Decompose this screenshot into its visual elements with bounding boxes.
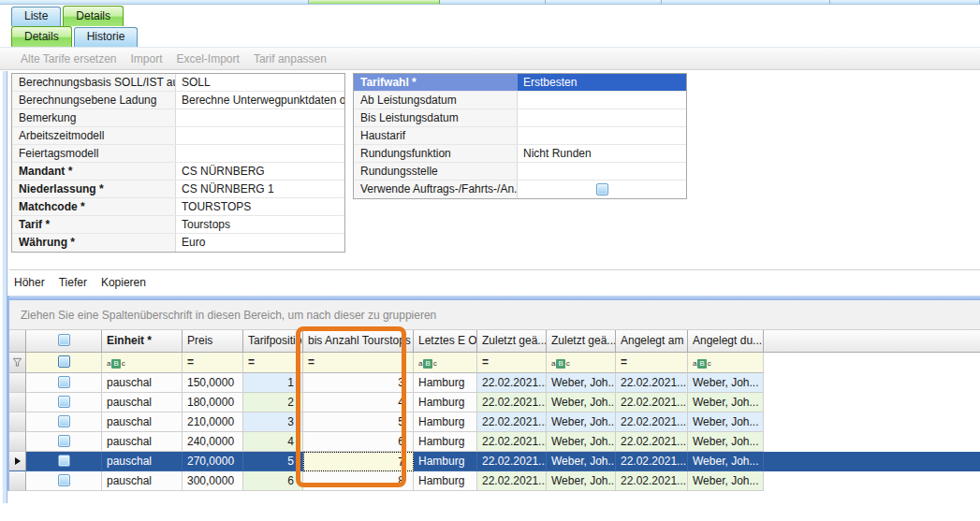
cell-tarifposition[interactable]: 4 xyxy=(243,432,303,452)
column-header-preis[interactable]: Preis xyxy=(183,330,243,353)
cell-einheit[interactable]: pauschal xyxy=(102,412,183,432)
cell-einheit[interactable]: pauschal xyxy=(102,471,183,491)
cell-tarifposition[interactable]: 6 xyxy=(243,471,303,491)
cell-angelegt-durch[interactable]: Weber, Joh... xyxy=(688,471,764,491)
property-value[interactable] xyxy=(518,163,686,180)
property-value[interactable]: SOLL xyxy=(176,74,344,91)
property-value[interactable]: CS NÜRNBERG 1 xyxy=(176,181,344,197)
import-button[interactable]: Import xyxy=(131,52,163,65)
row-checkbox-cell[interactable] xyxy=(26,412,102,432)
cell-preis[interactable]: 300,0000 xyxy=(183,471,243,491)
cell-angelegt-am[interactable]: 22.02.2021... xyxy=(616,412,688,432)
cell-bis-anzahl[interactable]: 4 xyxy=(303,393,414,412)
cell-letztes-e-ort[interactable]: Hamburg xyxy=(414,412,477,432)
tiefer-button[interactable]: Tiefer xyxy=(59,276,87,289)
cell-zuletzt-am[interactable]: 22.02.2021... xyxy=(477,412,547,432)
filter-cell-angelegt-durch[interactable] xyxy=(688,353,764,373)
filter-cell-letztes-e-ort[interactable] xyxy=(414,353,477,373)
cell-zuletzt-durch[interactable]: Weber, Joh... xyxy=(547,471,616,491)
cell-zuletzt-am[interactable]: 22.02.2021... xyxy=(477,432,547,452)
parent-tab-segment[interactable] xyxy=(830,0,980,4)
table-row[interactable]: pauschal 240,0000 4 6 Hamburg 22.02.2021… xyxy=(9,432,980,452)
property-value[interactable]: Berechne Unterwegpunktdaten o... xyxy=(176,92,344,109)
cell-angelegt-am[interactable]: 22.02.2021... xyxy=(616,432,688,452)
column-header-angelegt-am[interactable]: Angelegt am xyxy=(616,330,688,353)
property-value[interactable] xyxy=(518,109,686,126)
column-header-einheit[interactable]: Einheit * xyxy=(102,330,183,353)
property-value[interactable]: Erstbesten xyxy=(518,74,686,91)
tab-details-sub[interactable]: Details xyxy=(11,26,72,47)
cell-angelegt-durch[interactable]: Weber, Joh... xyxy=(688,432,764,452)
cell-angelegt-durch[interactable]: Weber, Joh... xyxy=(688,452,764,471)
cell-zuletzt-durch[interactable]: Weber, Joh... xyxy=(547,373,616,393)
cell-tarifposition[interactable]: 3 xyxy=(243,412,303,432)
group-by-area[interactable]: Ziehen Sie eine Spaltenüberschrift in di… xyxy=(9,300,980,330)
property-value[interactable]: Euro xyxy=(176,234,344,252)
parent-tab-segment-active[interactable] xyxy=(309,0,440,4)
property-value[interactable] xyxy=(176,109,344,126)
table-row[interactable]: pauschal 300,0000 6 8 Hamburg 22.02.2021… xyxy=(9,471,980,491)
table-row[interactable]: pauschal 180,0000 2 4 Hamburg 22.02.2021… xyxy=(9,393,980,412)
parent-tab-segment[interactable] xyxy=(440,0,546,4)
column-header-zuletzt-geaendert-durch[interactable]: Zuletzt geä... xyxy=(547,330,616,353)
parent-tab-segment[interactable] xyxy=(0,0,309,4)
cell-angelegt-am[interactable]: 22.02.2021... xyxy=(616,452,688,471)
tarif-anpassen-button[interactable]: Tarif anpassen xyxy=(254,52,327,65)
cell-angelegt-durch[interactable]: Weber, Joh... xyxy=(688,412,764,432)
cell-letztes-e-ort[interactable]: Hamburg xyxy=(414,393,477,412)
cell-letztes-e-ort[interactable]: Hamburg xyxy=(414,452,477,471)
table-row[interactable]: pauschal 210,0000 3 5 Hamburg 22.02.2021… xyxy=(9,412,980,432)
cell-einheit[interactable]: pauschal xyxy=(102,393,183,412)
cell-zuletzt-am[interactable]: 22.02.2021... xyxy=(477,471,547,491)
property-value[interactable]: TOURSTOPS xyxy=(176,198,344,215)
filter-cell-angelegt-am[interactable] xyxy=(616,353,688,373)
row-checkbox-cell[interactable] xyxy=(26,432,102,452)
cell-preis[interactable]: 180,0000 xyxy=(183,393,243,412)
row-checkbox-cell[interactable] xyxy=(26,393,102,412)
column-header-letztes-e-ort[interactable]: Letztes E Ort xyxy=(414,330,477,353)
excel-import-button[interactable]: Excel-Import xyxy=(177,52,240,65)
filter-cell-tarifposition[interactable] xyxy=(243,353,303,373)
cell-zuletzt-durch[interactable]: Weber, Joh... xyxy=(547,412,616,432)
table-row-selected[interactable]: pauschal 270,0000 5 7 Hamburg 22.02.2021… xyxy=(9,452,980,471)
checkbox-unchecked[interactable] xyxy=(596,183,608,195)
filter-checkbox-cell[interactable] xyxy=(26,353,102,373)
cell-einheit[interactable]: pauschal xyxy=(102,452,183,471)
column-header-tarifposition[interactable]: Tarifposition xyxy=(243,330,303,353)
cell-letztes-e-ort[interactable]: Hamburg xyxy=(414,471,477,491)
cell-zuletzt-durch[interactable]: Weber, Joh... xyxy=(547,452,616,471)
cell-angelegt-am[interactable]: 22.02.2021... xyxy=(616,393,688,412)
cell-einheit[interactable]: pauschal xyxy=(102,373,183,393)
property-value[interactable]: Tourstops xyxy=(176,216,344,233)
cell-preis[interactable]: 210,0000 xyxy=(183,412,243,432)
cell-angelegt-am[interactable]: 22.02.2021... xyxy=(616,471,688,491)
property-value[interactable]: Nicht Runden xyxy=(518,145,686,162)
cell-bis-anzahl-focused[interactable]: 7 xyxy=(303,452,414,471)
parent-tab-segment[interactable] xyxy=(662,0,830,4)
filter-cell-bis-anzahl[interactable] xyxy=(303,353,414,373)
row-checkbox-cell[interactable] xyxy=(26,471,102,491)
hoeher-button[interactable]: Höher xyxy=(14,276,45,289)
cell-preis[interactable]: 150,0000 xyxy=(183,373,243,393)
column-header-zuletzt-geaendert-am[interactable]: Zuletzt geä... xyxy=(477,330,547,353)
alte-tarife-ersetzen-button[interactable]: Alte Tarife ersetzen xyxy=(21,52,117,65)
cell-preis[interactable]: 270,0000 xyxy=(183,452,243,471)
cell-angelegt-durch[interactable]: Weber, Joh... xyxy=(688,373,764,393)
cell-bis-anzahl[interactable]: 3 xyxy=(303,373,414,393)
property-value[interactable]: CS NÜRNBERG xyxy=(176,163,344,180)
filter-cell-zuletzt-durch[interactable] xyxy=(547,353,616,373)
table-row[interactable]: pauschal 150,0000 1 3 Hamburg 22.02.2021… xyxy=(9,373,980,393)
cell-bis-anzahl[interactable]: 6 xyxy=(303,432,414,452)
cell-tarifposition[interactable]: 5 xyxy=(243,452,303,471)
cell-letztes-e-ort[interactable]: Hamburg xyxy=(414,373,477,393)
cell-zuletzt-am[interactable]: 22.02.2021... xyxy=(477,452,547,471)
cell-letztes-e-ort[interactable]: Hamburg xyxy=(414,432,477,452)
property-value[interactable] xyxy=(518,127,686,144)
cell-tarifposition[interactable]: 1 xyxy=(243,373,303,393)
select-all-column-header[interactable] xyxy=(26,330,102,353)
cell-preis[interactable]: 240,0000 xyxy=(183,432,243,452)
row-checkbox-cell[interactable] xyxy=(26,452,102,471)
tab-historie[interactable]: Historie xyxy=(74,27,139,47)
tab-details[interactable]: Details xyxy=(63,6,124,26)
property-value[interactable] xyxy=(176,127,344,144)
